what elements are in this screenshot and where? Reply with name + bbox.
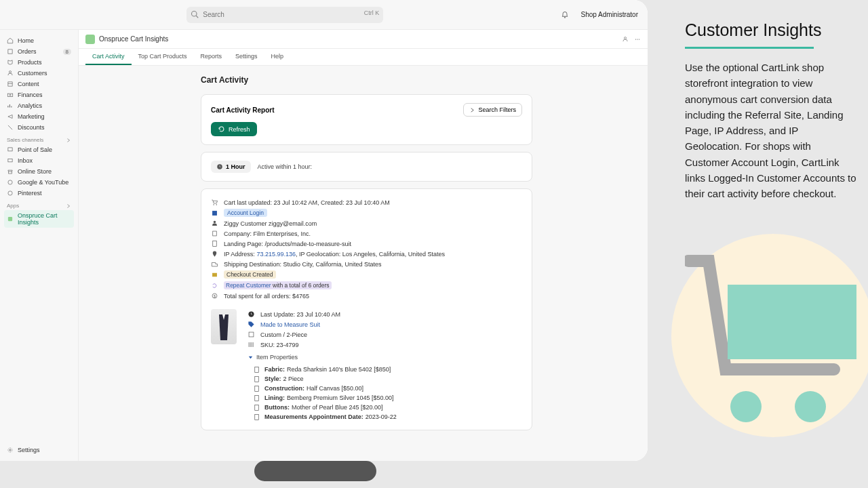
timeframe-pill[interactable]: 1 Hour xyxy=(211,161,251,173)
product-sku: SKU: 23-4799 xyxy=(248,340,522,350)
svg-rect-37 xyxy=(728,285,856,359)
cart-checkout-created: Checkout Created xyxy=(211,269,522,280)
svg-point-17 xyxy=(637,39,637,39)
search-filters-button[interactable]: Search Filters xyxy=(463,103,522,117)
property-row: Style: 2 Piece xyxy=(248,374,522,384)
shipping-icon xyxy=(211,260,218,268)
nav-home[interactable]: Home xyxy=(4,35,74,46)
suit-image xyxy=(218,312,230,342)
cart-repeat: Repeat Customer with a total of 6 orders xyxy=(211,280,522,291)
svg-point-12 xyxy=(8,191,12,195)
inbox-icon xyxy=(7,157,14,164)
nav-analytics[interactable]: Analytics xyxy=(4,100,74,111)
sidepanel-body: Use the optional CartLink shop storefron… xyxy=(685,60,858,201)
cart-updated: Cart last updated: 23 Jul 10:42 AM, Crea… xyxy=(211,197,522,207)
cart-icon xyxy=(211,199,218,206)
analytics-icon xyxy=(7,102,14,109)
sidepanel-underline xyxy=(685,47,814,49)
variant-icon xyxy=(248,331,255,338)
property-row: Construction: Half Canvas [$50.00] xyxy=(248,384,522,393)
page-title: Cart Activity xyxy=(201,75,532,85)
item-properties-toggle[interactable]: Item Properties xyxy=(248,350,522,365)
channel-icon xyxy=(7,179,14,186)
sales-pos[interactable]: Point of Sale xyxy=(4,144,74,155)
svg-rect-10 xyxy=(8,159,12,162)
gear-icon xyxy=(7,447,14,453)
product-last-update: Last Update: 23 Jul 10:40 AM xyxy=(248,309,522,319)
app-onspruce[interactable]: Onspruce Cart Insights xyxy=(4,210,74,228)
sales-google-youtube[interactable]: Google & YouTube xyxy=(4,177,74,188)
page-icon xyxy=(211,240,218,247)
shop-admin-label[interactable]: Shop Administrator xyxy=(581,11,639,18)
person-icon xyxy=(211,220,218,227)
nav-content[interactable]: Content xyxy=(4,79,74,89)
svg-point-16 xyxy=(635,39,636,39)
cart-company: Company: Film Enterprises, Inc. xyxy=(211,228,522,239)
svg-point-21 xyxy=(216,204,217,205)
tab-reports[interactable]: Reports xyxy=(194,49,229,65)
chevron-right-icon[interactable] xyxy=(66,203,71,209)
cart-card: Cart last updated: 23 Jul 10:42 AM, Crea… xyxy=(201,188,532,430)
content: Cart Activity Cart Activity Report Searc… xyxy=(79,66,648,447)
svg-point-0 xyxy=(192,11,197,16)
sidepanel-title: Customer Insights xyxy=(685,20,858,40)
sales-online-store[interactable]: Online Store xyxy=(4,166,74,177)
tab-settings[interactable]: Settings xyxy=(229,49,264,65)
cart-ip: IP Address: 73.215.99.136, IP Geolocatio… xyxy=(211,249,522,259)
svg-point-20 xyxy=(213,204,214,205)
svg-point-2 xyxy=(564,16,566,18)
doc-icon xyxy=(253,394,260,402)
refresh-button[interactable]: Refresh xyxy=(211,122,257,136)
chevron-right-icon[interactable] xyxy=(66,138,71,143)
marketing-icon xyxy=(7,113,14,120)
nav-discounts[interactable]: Discounts xyxy=(4,122,74,133)
svg-rect-25 xyxy=(213,241,217,246)
sales-pinterest[interactable]: Pinterest xyxy=(4,188,74,199)
svg-point-39 xyxy=(795,391,826,422)
nav-products[interactable]: Products xyxy=(4,57,74,68)
tab-cart-activity[interactable]: Cart Activity xyxy=(85,49,132,65)
svg-rect-22 xyxy=(212,211,217,216)
orders-icon xyxy=(7,48,14,55)
report-card: Cart Activity Report Search Filters Refr… xyxy=(201,94,532,145)
nav-settings[interactable]: Settings xyxy=(4,445,74,455)
tab-top-cart-products[interactable]: Top Cart Products xyxy=(132,49,194,65)
doc-icon xyxy=(253,366,260,373)
bell-icon[interactable] xyxy=(561,11,569,19)
refresh-icon xyxy=(218,125,225,133)
apps-header: Apps xyxy=(4,199,74,210)
app-frame: Ctrl K Shop Administrator Home Orders8 P… xyxy=(0,0,648,461)
svg-point-18 xyxy=(639,39,639,39)
svg-rect-3 xyxy=(8,49,12,54)
nav-customers[interactable]: Customers xyxy=(4,68,74,79)
search-icon xyxy=(191,10,199,18)
svg-rect-26 xyxy=(212,272,217,277)
more-icon[interactable] xyxy=(634,36,641,43)
app-icon xyxy=(7,216,14,222)
tab-help[interactable]: Help xyxy=(264,49,291,65)
product-name[interactable]: Made to Measure Suit xyxy=(248,319,522,329)
product-row: Last Update: 23 Jul 10:40 AM Made to Mea… xyxy=(211,309,522,422)
doc-icon xyxy=(253,413,260,421)
company-icon xyxy=(211,230,218,237)
nav-marketing[interactable]: Marketing xyxy=(4,111,74,122)
nav-finances[interactable]: Finances xyxy=(4,89,74,100)
sales-inbox[interactable]: Inbox xyxy=(4,155,74,166)
svg-point-14 xyxy=(9,449,12,451)
location-icon xyxy=(211,250,218,258)
tag-icon xyxy=(248,321,255,328)
svg-rect-35 xyxy=(255,405,259,410)
search-input[interactable] xyxy=(186,7,383,23)
repeat-icon xyxy=(211,282,218,289)
product-thumbnail xyxy=(211,309,237,344)
nav-orders[interactable]: Orders8 xyxy=(4,46,74,57)
svg-point-15 xyxy=(624,37,626,39)
user-icon[interactable] xyxy=(622,36,629,43)
timeframe-text: Active within 1 hour: xyxy=(258,163,313,170)
cart-customer: Ziggy Customer ziggy@email.com xyxy=(211,218,522,228)
customers-icon xyxy=(7,70,14,77)
cart-illustration xyxy=(671,234,868,464)
tabs: Cart Activity Top Cart Products Reports … xyxy=(79,49,648,66)
svg-rect-9 xyxy=(8,148,12,151)
svg-line-1 xyxy=(197,16,199,18)
